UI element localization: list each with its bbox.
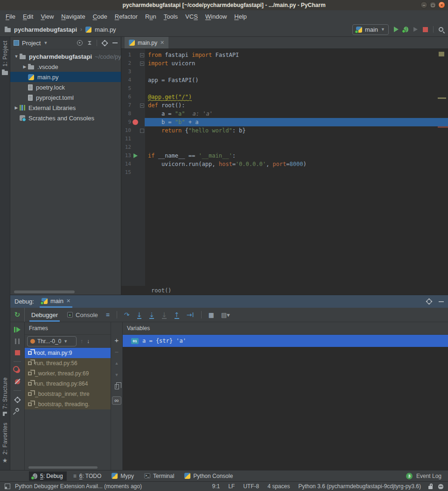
chevron-right-icon[interactable]: ▶ [21, 64, 28, 69]
status-message[interactable]: Python Debugger Extension Avail... (mome… [15, 483, 142, 490]
event-log-button[interactable]: Event Log [416, 473, 441, 479]
code-text[interactable]: app = FastAPI() [145, 76, 448, 84]
tree-item-scratches-and-consoles[interactable]: Scratches and Consoles [10, 113, 121, 123]
code-text[interactable]: b = "b" + a [145, 118, 448, 126]
close-tab-icon[interactable]: ✕ [160, 40, 164, 46]
stop-icon[interactable] [15, 350, 20, 355]
locate-file-icon[interactable] [77, 40, 83, 46]
coverage-button[interactable] [413, 27, 418, 32]
chevron-right-icon[interactable]: ▶ [13, 105, 20, 110]
menu-help[interactable]: Help [231, 13, 251, 20]
gutter-line-9[interactable]: 9 [121, 118, 145, 126]
toolwindow-toggle-icon[interactable] [5, 484, 10, 489]
menu-run[interactable]: Run [141, 13, 160, 20]
chevron-down-icon[interactable]: ▼ [43, 41, 48, 45]
step-out-icon[interactable]: ↑ [174, 311, 180, 318]
tab-console[interactable]: Console [66, 308, 99, 322]
tree-item-external-libraries[interactable]: ▶External Libraries [10, 103, 121, 113]
view-breakpoints-icon[interactable] [15, 368, 20, 373]
tab-main-py[interactable]: main.py ✕ [125, 37, 168, 48]
evaluate-infinity-icon[interactable]: ∞ [112, 396, 121, 405]
toolwindow-button-mypy[interactable]: Mypy [108, 471, 138, 481]
variable-row[interactable]: 01a = {str} 'a' [123, 335, 448, 347]
add-watch-icon[interactable]: + [115, 337, 119, 343]
tree-item-poetry-lock[interactable]: poetry.lock [10, 82, 121, 92]
menu-refactor[interactable]: Refactor [111, 13, 141, 20]
debug-settings-gear-icon[interactable] [15, 397, 20, 402]
menu-tools[interactable]: Tools [160, 13, 182, 20]
gutter-line-3[interactable]: 3 [121, 68, 145, 76]
layout-settings-icon[interactable]: ≡ [106, 311, 110, 318]
step-over-icon[interactable]: ↷ [124, 311, 130, 318]
maximize-icon[interactable]: ▢ [429, 1, 436, 8]
code-text[interactable] [145, 168, 448, 177]
sidebar-item-structure[interactable]: 7: Structure [2, 377, 8, 416]
tree-item-pyproject-toml[interactable]: pyproject.toml [10, 92, 121, 103]
lock-icon[interactable] [428, 486, 433, 489]
pin-icon[interactable] [14, 407, 20, 412]
menu-code[interactable]: Code [89, 13, 111, 20]
gutter-line-6[interactable]: 6 [121, 93, 145, 101]
project-panel-title[interactable]: Project [22, 40, 41, 47]
menu-file[interactable]: File [2, 13, 19, 20]
gutter-line-11[interactable]: 11 [121, 135, 145, 143]
search-icon[interactable] [439, 27, 443, 32]
resume-icon[interactable] [14, 327, 21, 332]
hector-inspections-icon[interactable] [438, 484, 443, 489]
menu-window[interactable]: Window [202, 13, 231, 20]
gutter-line-10[interactable]: 10 [121, 126, 145, 135]
status-segment-0[interactable]: 9:1 [212, 483, 220, 490]
tree-item--vscode[interactable]: ▶.vscode [10, 62, 121, 72]
gutter-line-4[interactable]: 4 [121, 76, 145, 84]
run-to-cursor-icon[interactable]: →I [187, 311, 194, 318]
breadcrumb-file[interactable]: main.py [95, 26, 116, 33]
code-text[interactable] [145, 135, 448, 143]
horizontal-scrollbar[interactable] [14, 290, 75, 293]
code-text[interactable]: def root(): [145, 101, 448, 110]
stack-frame-row[interactable]: _worker, thread.py:69 [25, 368, 111, 379]
status-segment-2[interactable]: UTF-8 [243, 483, 259, 490]
code-text[interactable]: from fastapi import FastAPI [145, 51, 448, 59]
tree-item-pycharmdebugfastapi[interactable]: ▼pycharmdebugfastapi~/code/pycharmdebugf… [10, 51, 121, 62]
breakpoint-icon[interactable] [131, 119, 140, 125]
code-text[interactable]: import uvicorn [145, 59, 448, 68]
code-text[interactable] [145, 68, 448, 76]
code-text[interactable] [145, 143, 448, 152]
toolwindow-button-6-todo[interactable]: 6: TODO [70, 471, 105, 481]
menu-view[interactable]: View [37, 13, 57, 20]
status-segment-3[interactable]: 4 spaces [267, 483, 290, 490]
gear-icon[interactable] [427, 299, 431, 304]
thread-selector[interactable]: Thr...-0_0 ▼ [27, 336, 77, 346]
duplicate-icon[interactable] [115, 384, 119, 389]
stack-frame-row[interactable]: root, main.py:9 [25, 348, 111, 358]
debug-button[interactable] [404, 27, 408, 32]
tree-item-main-py[interactable]: main.py [10, 72, 121, 82]
sidebar-item-project[interactable]: 1: Project [2, 41, 8, 75]
tab-debugger[interactable]: Debugger [30, 308, 59, 322]
step-into-icon[interactable]: ↓ [137, 311, 142, 318]
menu-vcs[interactable]: VCS [182, 13, 202, 20]
mute-breakpoints-icon[interactable] [15, 379, 20, 384]
breadcrumb-project[interactable]: pycharmdebugfastapi [14, 26, 77, 33]
stack-frame-row[interactable]: _bootstrap, threading. [25, 399, 111, 409]
gutter-line-5[interactable]: 5 [121, 84, 145, 93]
run-button[interactable] [394, 27, 399, 32]
code-text[interactable]: uvicorn.run(app, host='0.0.0.0', port=80… [145, 160, 448, 168]
code-editor[interactable]: 1−from fastapi import FastAPI2−import uv… [121, 49, 448, 286]
gutter-line-15[interactable]: 15 [121, 168, 145, 177]
stack-frame-row[interactable]: run, threading.py:864 [25, 379, 111, 389]
gutter-line-12[interactable]: 12 [121, 143, 145, 152]
next-frame-icon[interactable]: ↓ [87, 338, 90, 345]
close-session-icon[interactable]: ✕ [66, 298, 70, 304]
toolwindow-button-5-debug[interactable]: 5: Debug [29, 471, 67, 481]
hide-panel-icon[interactable] [439, 301, 444, 302]
status-segment-4[interactable]: Python 3.6 (pycharmdebugfastapi-9cdjtyrg… [298, 483, 421, 490]
toolwindow-button-terminal[interactable]: Terminal [140, 471, 178, 481]
code-text[interactable]: return {"hello world": b} [145, 126, 448, 135]
minimize-icon[interactable]: – [420, 1, 427, 8]
code-text[interactable]: if __name__ == '__main__': [145, 152, 448, 160]
menu-navigate[interactable]: Navigate [57, 13, 89, 20]
collapse-all-icon[interactable] [87, 40, 92, 46]
gutter-line-2[interactable]: 2− [121, 59, 145, 68]
gutter-line-1[interactable]: 1− [121, 51, 145, 59]
